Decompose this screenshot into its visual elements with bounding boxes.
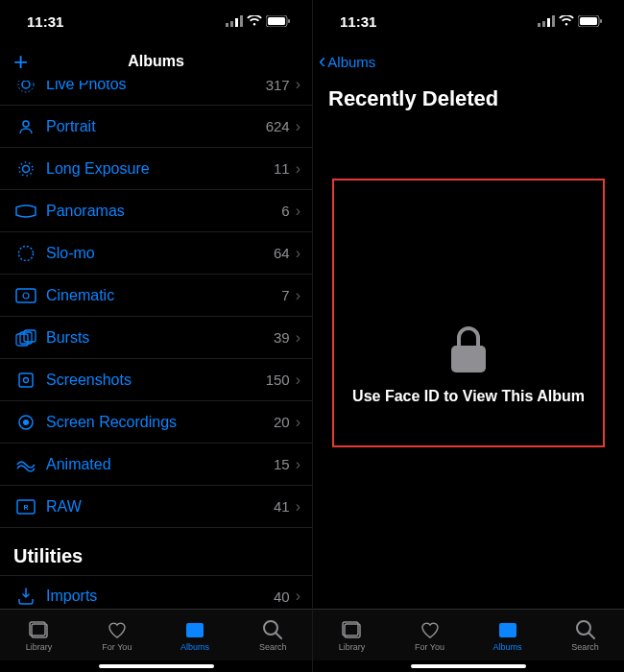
tab-library[interactable]: Library [313,610,391,660]
svg-rect-38 [600,19,602,23]
chevron-right-icon: › [296,203,300,220]
row-label: Long Exposure [46,160,150,178]
chevron-right-icon: › [296,287,300,304]
row-count: 7 [281,287,289,303]
svg-rect-3 [240,15,243,27]
chevron-right-icon: › [296,160,300,178]
tab-label: For You [415,642,444,652]
library-icon [28,619,51,640]
tab-bar: Library For You Albums Search [313,609,624,660]
portrait-icon [13,117,38,136]
chevron-right-icon: › [296,588,300,605]
tab-for-you[interactable]: For You [78,610,156,660]
svg-rect-18 [19,373,33,387]
tab-search[interactable]: Search [234,610,312,660]
status-indicators [226,15,291,27]
nav-bar: + Albums [0,42,312,81]
search-icon [574,619,597,640]
home-indicator[interactable] [0,660,312,672]
svg-rect-33 [542,21,545,27]
chevron-right-icon: › [296,329,300,347]
row-count: 15 [274,456,290,472]
row-label: Cinematic [46,287,114,304]
animated-icon [13,455,38,474]
svg-rect-39 [451,346,486,372]
lock-icon [447,324,490,374]
tab-albums[interactable]: Albums [468,610,546,660]
albums-icon [183,619,206,640]
chevron-right-icon: › [296,81,300,93]
albums-icon [496,619,519,640]
nav-title: Albums [0,53,312,70]
row-label: RAW [46,498,82,516]
tab-label: Library [339,642,366,652]
svg-rect-0 [226,23,228,27]
row-count: 39 [274,329,290,346]
status-time: 11:31 [27,13,63,30]
svg-text:R: R [23,504,28,511]
svg-rect-42 [499,623,516,637]
row-imports[interactable]: Imports 40 › [0,575,312,609]
svg-rect-5 [268,17,285,25]
row-count: 64 [274,245,290,261]
row-raw[interactable]: R RAW 41 › [0,486,312,528]
row-screen-recordings[interactable]: Screen Recordings 20 › [0,401,312,444]
status-bar: 11:31 [313,0,624,42]
tab-label: For You [102,642,132,652]
battery-icon [266,15,291,27]
svg-point-11 [19,162,33,176]
chevron-right-icon: › [296,372,300,389]
tab-label: Search [571,642,599,652]
svg-rect-6 [288,19,290,23]
row-long-exposure[interactable]: Long Exposure 11 › [0,148,312,190]
wifi-icon [247,15,262,27]
row-live-photos[interactable]: Live Photos 317 › [0,81,312,106]
tab-search[interactable]: Search [546,610,624,660]
raw-icon: R [13,497,38,516]
row-bursts[interactable]: Bursts 39 › [0,317,312,359]
lock-message[interactable]: Use Face ID to View This Album [352,324,585,405]
cinematic-icon [13,286,38,305]
svg-rect-37 [580,17,597,25]
svg-rect-29 [186,623,204,637]
tab-albums[interactable]: Albums [156,610,234,660]
svg-point-10 [23,165,30,172]
svg-rect-34 [547,18,550,27]
row-label: Live Photos [46,81,127,93]
back-label: Albums [327,54,375,70]
row-slo-mo[interactable]: Slo-mo 64 › [0,232,312,275]
row-label: Screen Recordings [46,414,177,431]
row-screenshots[interactable]: Screenshots 150 › [0,359,312,401]
row-portrait[interactable]: Portrait 624 › [0,106,312,148]
svg-point-14 [23,293,29,299]
album-list[interactable]: Live Photos 317 › Portrait 624 › Long Ex… [0,81,312,609]
cellular-icon [226,15,243,27]
tab-for-you[interactable]: For You [391,610,468,660]
tab-library[interactable]: Library [0,610,78,660]
row-count: 317 [266,81,290,93]
row-panoramas[interactable]: Panoramas 6 › [0,190,312,232]
panoramas-icon [13,202,38,221]
battery-icon [578,15,603,27]
row-animated[interactable]: Animated 15 › [0,444,312,486]
svg-rect-1 [230,21,233,27]
phone-left: 11:31 + Albums Live Photos 317 › Portrai… [0,0,312,672]
tab-label: Albums [180,642,209,652]
home-indicator[interactable] [313,660,624,672]
svg-line-44 [588,633,594,638]
for-you-icon [419,619,442,640]
tab-label: Albums [492,642,521,652]
highlight-box [332,179,605,447]
svg-rect-13 [16,289,36,302]
back-button[interactable]: ‹ Albums [319,51,375,72]
row-cinematic[interactable]: Cinematic 7 › [0,275,312,317]
row-count: 41 [274,498,290,515]
page-title: Recently Deleted [313,81,624,121]
row-count: 624 [266,118,290,134]
row-label: Imports [46,588,97,605]
live-photos-icon [13,81,38,94]
chevron-right-icon: › [296,414,300,431]
svg-point-8 [18,81,34,92]
row-label: Portrait [46,118,96,135]
row-label: Panoramas [46,203,125,220]
